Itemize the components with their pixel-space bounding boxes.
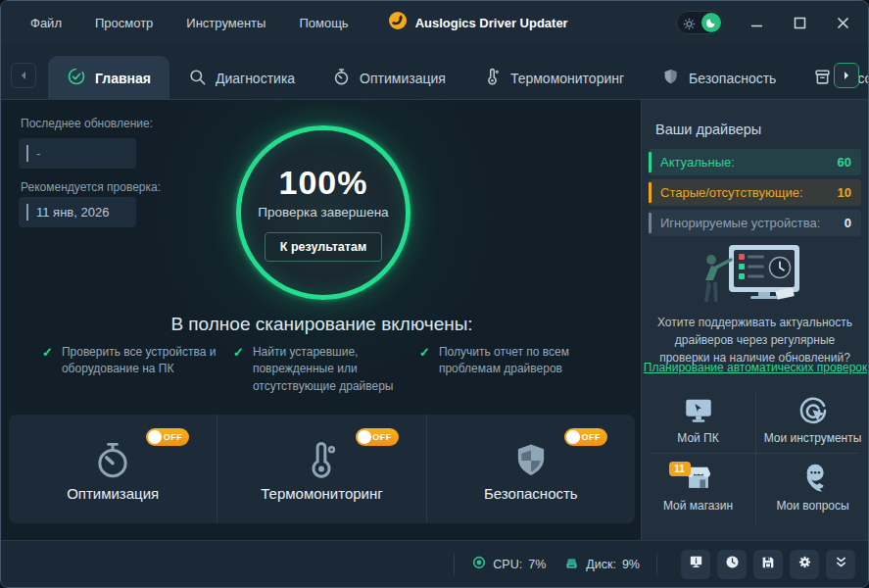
thermal-toggle[interactable]: OFF <box>356 428 399 446</box>
stat-label: Актуальные: <box>660 155 832 170</box>
checkmark-icon: ✓ <box>42 344 53 378</box>
recommended-check-field[interactable]: 11 янв, 2026 <box>19 197 136 227</box>
tab-security[interactable]: Безопасность <box>643 56 795 100</box>
shortcut-my-pc[interactable]: Мой ПК <box>642 386 754 451</box>
toggle-knob <box>566 430 580 444</box>
shortcut-my-questions[interactable]: Мои вопросы <box>756 454 869 518</box>
last-update-field[interactable]: - <box>19 138 136 169</box>
shortcut-label: Мой магазин <box>663 499 733 513</box>
minimize-button[interactable] <box>747 13 766 32</box>
cpu-label: CPU: <box>493 558 522 571</box>
close-button[interactable] <box>833 13 852 32</box>
history-button[interactable] <box>717 550 747 579</box>
optimization-toggle[interactable]: OFF <box>146 428 189 446</box>
tabs-scroll-right-button[interactable] <box>834 63 859 88</box>
magnifier-icon <box>188 68 207 89</box>
recommended-check-value: 11 янв, 2026 <box>36 205 109 220</box>
cpu-value: 7% <box>528 558 546 571</box>
tab-thermal-label: Термомониторинг <box>510 71 624 86</box>
tools-target-icon <box>796 392 831 427</box>
tabs: Главная Диагностика Оптимизация <box>48 56 869 100</box>
drivers-panel-title: Ваши драйверы <box>655 122 761 137</box>
shortcuts-grid: Мой ПК Мои инструменты <box>642 386 868 530</box>
gear-icon <box>797 554 813 574</box>
scan-include-text: Проверить все устройства и оборудование … <box>62 344 226 378</box>
cpu-metric: CPU: 7% <box>471 555 546 573</box>
stat-value: 0 <box>845 216 851 230</box>
store-badge: 11 <box>669 462 691 476</box>
disk-value: 9% <box>622 558 640 571</box>
scan-include-item: ✓ Получить отчет по всем проблемам драйв… <box>419 344 601 378</box>
stat-accent-bar <box>649 152 652 172</box>
scan-progress-ring: 100% Проверка завершена К результатам <box>236 125 410 300</box>
disk-label: Диск: <box>586 558 616 571</box>
title-bar: Файл Просмотр Инструменты Помощь Auslogi… <box>1 1 868 44</box>
menu-file[interactable]: Файл <box>30 16 62 30</box>
disk-metric: Диск: 9% <box>563 555 640 574</box>
menu-view[interactable]: Просмотр <box>95 16 153 30</box>
checkmark-icon: ✓ <box>419 344 430 378</box>
tab-diagnostics[interactable]: Диагностика <box>169 56 314 100</box>
moon-icon <box>701 13 721 32</box>
toggle-state-label: OFF <box>372 432 392 442</box>
tab-home-label: Главная <box>95 71 151 86</box>
scheduler-link[interactable]: Планирование автоматических проверок <box>642 361 869 374</box>
toggle-state-label: OFF <box>581 432 601 442</box>
progress-percent: 100% <box>279 164 368 202</box>
stat-ignored: Игнорируемые устройства: 0 <box>649 210 861 236</box>
settings-button[interactable] <box>790 550 819 579</box>
card-optimization: OFF Оптимизация <box>9 415 217 523</box>
shortcut-label: Мои вопросы <box>776 499 848 513</box>
tab-diagnostics-label: Диагностика <box>216 71 295 86</box>
security-toggle[interactable]: OFF <box>564 428 607 446</box>
divider <box>454 554 455 575</box>
recommended-check-label: Рекомендуется проверка: <box>21 180 161 194</box>
stat-accent-bar <box>649 182 652 203</box>
tab-security-label: Безопасность <box>689 71 776 86</box>
tab-optimization-label: Оптимизация <box>360 71 446 86</box>
tab-bar: Главная Диагностика Оптимизация <box>1 44 868 100</box>
auslogics-logo-icon <box>388 11 408 34</box>
restore-archive-icon <box>813 68 832 89</box>
double-chevron-down-icon <box>834 555 848 573</box>
tab-thermal[interactable]: Термомониторинг <box>464 56 643 100</box>
sun-icon <box>683 17 696 34</box>
tabs-scroll-left-button[interactable] <box>11 63 36 88</box>
checkmark-icon: ✓ <box>233 344 244 395</box>
stat-label: Старые/отсутствующие: <box>660 185 832 200</box>
divider <box>656 554 657 575</box>
stat-value: 10 <box>838 185 851 200</box>
shield-icon <box>661 68 680 89</box>
stat-accent-bar <box>649 213 652 233</box>
tab-home[interactable]: Главная <box>48 56 169 100</box>
shield-icon <box>510 440 552 485</box>
backup-button[interactable] <box>753 550 783 579</box>
scan-includes-title: В полное сканирование включены: <box>1 314 643 335</box>
app-brand: Auslogics Driver Updater <box>388 11 568 34</box>
menu-help[interactable]: Помощь <box>299 16 348 30</box>
card-security: OFF Безопасность <box>426 415 635 523</box>
store-icon: 11 <box>681 460 716 495</box>
theme-toggle[interactable] <box>676 11 723 34</box>
scan-include-text: Получить отчет по всем проблемам драйвер… <box>439 344 601 378</box>
card-optimization-label: Оптимизация <box>9 485 217 502</box>
maximize-button[interactable] <box>790 13 809 32</box>
card-thermal: OFF Термомониторинг <box>217 415 425 523</box>
scheduler-illustration <box>642 243 869 308</box>
toggle-knob <box>148 430 162 444</box>
stopwatch-icon <box>332 68 351 89</box>
results-button[interactable]: К результатам <box>265 232 382 262</box>
stat-value: 60 <box>838 155 851 170</box>
stat-label: Игнорируемые устройства: <box>660 216 839 230</box>
titlebar-controls <box>676 1 852 44</box>
menu-tools[interactable]: Инструменты <box>186 16 266 30</box>
shortcut-my-tools[interactable]: Мои инструменты <box>756 386 869 451</box>
tab-optimization[interactable]: Оптимизация <box>314 56 464 100</box>
stat-outdated: Старые/отсутствующие: 10 <box>649 179 861 206</box>
collapse-button[interactable] <box>826 550 855 579</box>
scan-check-icon <box>67 67 86 89</box>
cpu-icon <box>471 555 487 573</box>
system-info-button[interactable] <box>681 550 710 579</box>
shortcut-my-store[interactable]: 11 Мой магазин <box>642 454 754 518</box>
toggle-state-label: OFF <box>164 432 183 442</box>
